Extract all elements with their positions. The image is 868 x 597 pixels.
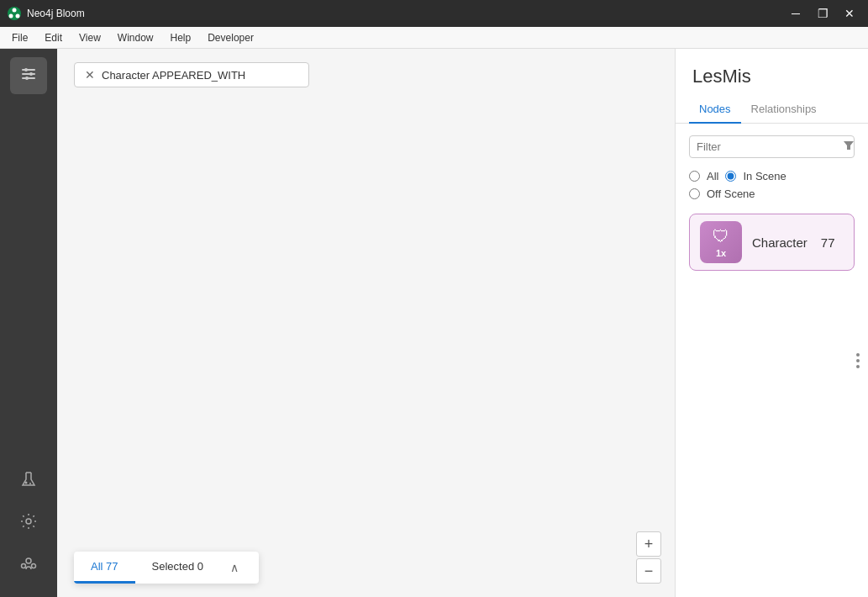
search-bar: ✕ Character APPEARED_WITH <box>74 62 309 87</box>
filter-input[interactable] <box>697 140 838 153</box>
node-icon-box: 🛡 1x <box>700 221 742 263</box>
tab-selected[interactable]: Selected 0 <box>135 552 220 584</box>
graph-area: ✕ Character APPEARED_WITH All 77 Selecte… <box>57 49 675 597</box>
sidebar-item-community[interactable] <box>10 547 47 584</box>
three-dots-menu[interactable] <box>856 353 860 368</box>
gear-icon <box>19 512 38 535</box>
radio-off-scene: Off Scene <box>689 188 855 200</box>
community-icon <box>19 554 38 577</box>
menu-view[interactable]: View <box>71 30 109 45</box>
menu-developer[interactable]: Developer <box>199 30 262 45</box>
node-total-count: 77 <box>821 235 835 250</box>
svg-marker-288 <box>844 141 854 150</box>
svg-point-13 <box>26 519 31 524</box>
sidebar-item-search[interactable] <box>10 57 47 94</box>
zoom-in-button[interactable]: + <box>636 531 661 557</box>
svg-point-14 <box>26 558 31 563</box>
radio-in-scene-input[interactable] <box>725 171 736 182</box>
sidebar-item-lab[interactable] <box>10 462 47 499</box>
tab-all[interactable]: All 77 <box>74 552 135 584</box>
close-button[interactable]: ✕ <box>838 5 861 22</box>
zoom-out-button[interactable]: − <box>636 558 661 584</box>
dot-1 <box>856 353 860 357</box>
radio-off-scene-input[interactable] <box>689 188 700 199</box>
main-layout: ✕ Character APPEARED_WITH All 77 Selecte… <box>0 49 868 597</box>
svg-rect-5 <box>22 73 35 75</box>
menu-file[interactable]: File <box>3 30 36 45</box>
panel-middle: All In Scene Off Scene 🛡 1x Char <box>676 124 868 597</box>
menubar: File Edit View Window Help Developer <box>0 27 868 49</box>
window-controls: ─ ❐ ✕ <box>784 5 861 22</box>
filter-icon <box>843 140 855 154</box>
svg-point-9 <box>25 77 29 80</box>
panel-title: LesMis <box>676 49 868 96</box>
search-close-button[interactable]: ✕ <box>85 68 95 82</box>
svg-point-15 <box>22 563 26 568</box>
panel-content: All In Scene Off Scene 🛡 1x Char <box>676 124 868 597</box>
bottom-bar: All 77 Selected 0 ∧ <box>74 552 259 584</box>
restore-button[interactable]: ❐ <box>811 5 834 22</box>
svg-point-7 <box>24 68 28 71</box>
panel-tabs: Nodes Relationships <box>676 96 868 124</box>
search-text: Character APPEARED_WITH <box>102 69 245 82</box>
node-card[interactable]: 🛡 1x Character 77 <box>689 214 855 271</box>
radio-all-label: All <box>707 170 718 182</box>
svg-line-273 <box>297 173 309 175</box>
menu-edit[interactable]: Edit <box>36 30 71 45</box>
right-panel: LesMis Nodes Relationships <box>675 49 868 597</box>
svg-rect-4 <box>22 69 35 71</box>
menu-help[interactable]: Help <box>162 30 200 45</box>
dot-3 <box>856 365 860 368</box>
filter-row <box>689 135 855 158</box>
dot-2 <box>856 359 860 362</box>
minimize-button[interactable]: ─ <box>784 5 808 22</box>
radio-all-input[interactable] <box>689 171 700 182</box>
node-count-badge: 1x <box>716 248 726 258</box>
sidebar <box>0 49 57 597</box>
svg-point-8 <box>29 72 33 76</box>
shield-icon: 🛡 <box>713 227 729 246</box>
svg-point-3 <box>16 14 20 18</box>
svg-point-11 <box>25 481 28 483</box>
sidebar-item-settings[interactable] <box>10 505 47 542</box>
radio-off-scene-label: Off Scene <box>707 188 755 200</box>
svg-point-16 <box>32 563 36 568</box>
sliders-icon <box>19 65 38 87</box>
svg-point-1 <box>13 8 17 13</box>
zoom-controls: + − <box>636 531 661 584</box>
collapse-button[interactable]: ∧ <box>220 552 249 584</box>
app-title: Neo4j Bloom <box>27 8 85 19</box>
titlebar-left: Neo4j Bloom <box>7 6 85 21</box>
svg-point-2 <box>9 14 13 18</box>
lab-icon <box>19 470 38 493</box>
tab-relationships[interactable]: Relationships <box>741 96 827 124</box>
app-logo <box>7 6 22 21</box>
tab-nodes[interactable]: Nodes <box>689 96 741 124</box>
svg-point-12 <box>29 483 31 484</box>
radio-group: All In Scene Off Scene <box>689 170 855 200</box>
menu-window[interactable]: Window <box>109 30 162 45</box>
radio-in-scene-label: In Scene <box>743 170 786 182</box>
radio-all: All In Scene <box>689 170 855 182</box>
node-label: Character <box>752 235 808 250</box>
titlebar: Neo4j Bloom ─ ❐ ✕ <box>0 0 868 27</box>
